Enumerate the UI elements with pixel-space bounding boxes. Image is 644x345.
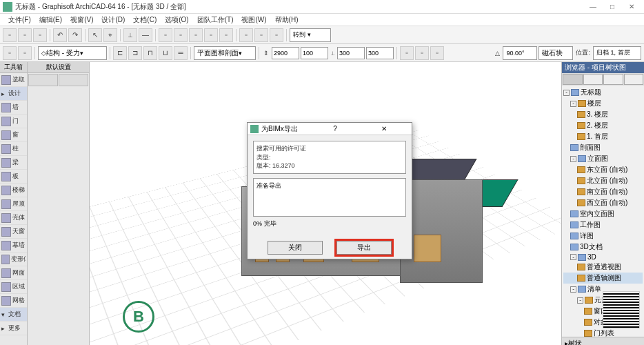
ts-j[interactable]: ▫ (430, 46, 444, 60)
menu-window[interactable]: 视图(W) (239, 15, 269, 25)
pick-icon[interactable]: ⌖ (103, 28, 117, 42)
tool-stair[interactable]: 楼梯 (0, 184, 27, 197)
tree-item[interactable]: 2. 楼层 (587, 121, 608, 130)
tool-skylight[interactable]: 天窗 (0, 225, 27, 239)
menu-view[interactable]: 视窗(V) (68, 15, 96, 25)
undo-icon[interactable]: ↶ (53, 28, 67, 42)
tree-item[interactable]: 北立面 (自动) (587, 176, 627, 186)
tree-3d[interactable]: 3D (587, 253, 596, 261)
menu-document[interactable]: 文档(C) (130, 15, 159, 25)
tree-item[interactable]: 门列表 (594, 328, 614, 337)
tree-item[interactable]: 西立面 (自动) (587, 198, 627, 208)
tool-select[interactable]: 选取 (0, 73, 27, 87)
tb-a[interactable]: ▫ (159, 28, 172, 42)
ip-a[interactable] (28, 74, 58, 86)
tool-door[interactable]: 门 (0, 115, 27, 128)
menu-design[interactable]: 设计(D) (99, 15, 128, 25)
maximize-button[interactable]: □ (603, 1, 622, 13)
section-document[interactable]: ▾文档 (0, 308, 27, 322)
goto-dropdown[interactable]: 转到 ▾ (290, 28, 331, 42)
open-icon[interactable]: ▫ (18, 28, 32, 42)
tree-sections[interactable]: 剖面图 (580, 143, 601, 152)
ts-c[interactable]: ⊏ (113, 46, 127, 60)
val4-input[interactable] (366, 47, 394, 59)
measure-icon[interactable]: ⟂ (123, 28, 137, 42)
tree-item[interactable]: 工作图 (580, 220, 601, 230)
tool-shell[interactable]: 壳体 (0, 211, 27, 225)
tool-more[interactable]: ▸更多 (0, 322, 27, 335)
nav-tab-1[interactable] (563, 74, 583, 85)
nav-tab-3[interactable] (603, 74, 623, 85)
tree-item[interactable]: 普通透视图 (587, 262, 621, 272)
minimize-button[interactable]: — (583, 1, 603, 13)
tb-c[interactable]: ▫ (189, 28, 203, 42)
save-icon[interactable]: ▫ (33, 28, 47, 42)
ruler-icon[interactable]: — (139, 28, 152, 42)
ts-a[interactable]: ▫ (3, 46, 17, 60)
tool-zone[interactable]: 区域 (0, 280, 27, 294)
tool-morph[interactable]: 变形体 (0, 253, 27, 266)
nav-tab-2[interactable] (583, 74, 603, 85)
tree-item[interactable]: 3D文档 (580, 242, 603, 252)
tree-elevations[interactable]: 立面图 (587, 154, 608, 164)
tree-item[interactable]: 东立面 (自动) (587, 165, 627, 175)
tool-window[interactable]: 窗 (0, 128, 27, 142)
tool-beam[interactable]: 梁 (0, 156, 27, 170)
ts-f[interactable]: ⊔ (159, 46, 172, 60)
menu-edit[interactable]: 编辑(E) (37, 15, 65, 25)
tool-slab[interactable]: 板 (0, 170, 27, 184)
ts-b[interactable]: ▫ (18, 46, 32, 60)
ts-e[interactable]: ⊓ (143, 46, 157, 60)
section-design[interactable]: ▸设计 (0, 87, 27, 101)
tool-curtainwall[interactable]: 幕墙 (0, 239, 27, 253)
dialog-help-button[interactable]: ? (310, 125, 359, 132)
tree-item[interactable]: 南立面 (自动) (587, 187, 627, 197)
expand-icon[interactable]: - (563, 90, 570, 96)
angle-field[interactable]: 90.00° (503, 46, 537, 60)
val1-input[interactable] (272, 47, 299, 59)
tool-wall[interactable]: 墙 (0, 101, 27, 115)
val2-input[interactable] (301, 47, 328, 59)
tree-item[interactable]: 详图 (580, 231, 594, 241)
menu-file[interactable]: 文件(F) (6, 15, 34, 25)
tb-d[interactable]: ▫ (204, 28, 218, 42)
tree-item-selected[interactable]: 普通轴测图 (587, 273, 621, 283)
tb-h[interactable]: ▫ (270, 28, 283, 42)
ip-b[interactable] (59, 74, 88, 86)
menu-options[interactable]: 选项(O) (162, 15, 191, 25)
tree-schedules[interactable]: 清单 (587, 284, 601, 294)
tool-column[interactable]: 柱 (0, 142, 27, 156)
menu-teamwork[interactable]: 团队工作(T) (194, 15, 237, 25)
layer-dropdown[interactable]: ◇ 结构 - 受力 ▾ (38, 46, 107, 60)
close-button[interactable]: 关闭 (268, 241, 323, 255)
tree-root[interactable]: 无标题 (581, 88, 601, 97)
tool-roof[interactable]: 屋顶 (0, 197, 27, 211)
tree-item[interactable]: 室内立面图 (580, 209, 614, 219)
tool-grid[interactable]: 网格 (0, 294, 27, 308)
dialog-close-button[interactable]: ✕ (360, 125, 409, 132)
tree-item[interactable]: 3. 楼层 (587, 110, 608, 119)
section-dropdown[interactable]: 平面图和剖面 ▾ (194, 46, 256, 60)
pos-dropdown[interactable]: 归档 1, 首层 (593, 46, 641, 60)
close-button[interactable]: ✕ (622, 1, 641, 13)
ts-h[interactable]: ▫ (400, 46, 414, 60)
export-button[interactable]: 导出 (336, 241, 392, 255)
tb-f[interactable]: ▫ (239, 28, 253, 42)
ts-d[interactable]: ⊐ (128, 46, 142, 60)
ts-g[interactable]: ═ (174, 46, 188, 60)
tb-e[interactable]: ▫ (219, 28, 233, 42)
nav-tab-4[interactable] (624, 74, 644, 85)
dialog-titlebar[interactable]: 为BIMx导出 ? ✕ (248, 123, 412, 135)
tb-b[interactable]: ▫ (174, 28, 188, 42)
tool-mesh[interactable]: 网面 (0, 266, 27, 280)
new-icon[interactable]: ▫ (3, 28, 17, 42)
ts-i[interactable]: ▫ (415, 46, 429, 60)
snap-dropdown[interactable]: 磁石块 (539, 46, 573, 60)
cursor-icon[interactable]: ↖ (88, 28, 102, 42)
tree-floors[interactable]: 楼层 (587, 99, 601, 108)
redo-icon[interactable]: ↷ (68, 28, 82, 42)
tree-item[interactable]: 1. 首层 (587, 132, 608, 141)
tb-g[interactable]: ▫ (254, 28, 268, 42)
menu-help[interactable]: 帮助(H) (272, 15, 301, 25)
val3-input[interactable] (337, 47, 365, 59)
